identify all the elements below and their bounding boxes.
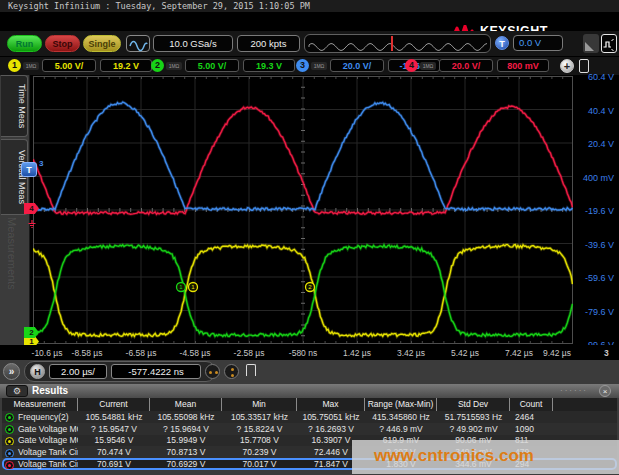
x-axis-label: -8.58 µs [72, 348, 103, 358]
probe-connect-icon[interactable] [579, 59, 589, 73]
adjust-scales-button[interactable] [601, 34, 617, 53]
trigger-level-marker[interactable]: T [21, 162, 37, 177]
x-axis-label: -6.58 µs [126, 348, 157, 358]
measurement-row[interactable]: Frequency(2)105.54881 kHz105.55098 kHz10… [2, 411, 617, 423]
channel-2-offset-field[interactable]: 19.3 V [243, 59, 295, 72]
single-button[interactable]: Single [83, 35, 121, 52]
timebase-position-field[interactable]: -577.4222 ns [111, 364, 201, 379]
y-axis-label: 60.4 V [576, 72, 614, 82]
y-axis-label: 400 mV [576, 173, 614, 183]
results-header [0, 384, 619, 398]
channel-2-impedance[interactable]: 1MΩ [166, 62, 182, 70]
x-axis-label: 9.42 µs [543, 348, 571, 358]
results-close-button[interactable]: × [599, 385, 611, 397]
timebase-scale-field[interactable]: 2.00 µs/ [49, 364, 107, 379]
y-axis-label: -79.6 V [576, 307, 614, 317]
channel-3-impedance[interactable]: 1MΩ [311, 62, 327, 70]
channel-1-offset-field[interactable]: 19.2 V [100, 59, 152, 72]
gear-icon: ⚙ [13, 386, 21, 396]
channel-2-scale-field[interactable]: 5.00 V/ [185, 59, 239, 72]
x-axis-label: 3.42 µs [397, 348, 425, 358]
channel-color-dot [5, 425, 14, 434]
toolbar: Run Stop Single 10.0 GSa/s 200 kpts T 0.… [0, 31, 619, 57]
channel-bar: 11MΩ5.00 V/19.2 V21MΩ5.00 V/19.3 V31MΩ20… [0, 57, 619, 75]
tab-vertical-meas[interactable]: Vertical Meas [1, 139, 28, 215]
logo-bar: KEYSIGHT TECHNOLOGIES [0, 12, 619, 31]
run-button[interactable]: Run [7, 35, 42, 52]
acquisition-preview[interactable] [304, 34, 491, 53]
measurement-marker[interactable]: 1 [189, 283, 198, 292]
channel-1-impedance[interactable]: 1MΩ [23, 62, 39, 70]
x-axis-label: 1.42 µs [343, 348, 371, 358]
y-axis-label: 40.4 V [576, 106, 614, 116]
channel-4-impedance[interactable]: 1MΩ [420, 62, 436, 70]
x-axis-label: -4.58 µs [180, 348, 211, 358]
x-axis-label: -10.6 µs [32, 348, 63, 358]
trigger-channel-label: 3 [39, 159, 43, 168]
column-header[interactable]: Mean [150, 398, 222, 411]
stop-button[interactable]: Stop [45, 35, 80, 52]
column-header[interactable]: Current [78, 398, 150, 411]
measurement-name: Gate Voltage MC [2, 435, 78, 445]
trigger-position-marker[interactable] [391, 36, 393, 51]
tab-time-meas[interactable]: Time Meas [1, 75, 28, 137]
horizontal-controls: » H 2.00 µs/ -577.4222 ns [0, 360, 619, 384]
channel-3-badge[interactable]: 3 [296, 59, 309, 72]
trigger-badge[interactable]: T [495, 36, 509, 50]
acquisition-mode-button[interactable] [126, 35, 150, 52]
x-axis-label: 7.42 µs [505, 348, 533, 358]
corner-shape-icon [585, 42, 594, 51]
knob-dots-icon [215, 371, 218, 374]
add-channel-button[interactable]: + [560, 59, 574, 73]
column-header[interactable]: Count [510, 398, 553, 411]
channel-4-scale-field[interactable]: 20.0 V/ [439, 59, 493, 72]
y-axis-label: -59.6 V [576, 273, 614, 283]
delay-knob-button[interactable] [224, 364, 239, 379]
measurement-row[interactable]: Gate Voltage MC? 15.9547 V? 15.9694 V? 1… [2, 423, 617, 435]
waveform-adjust-icon [603, 37, 614, 55]
channel-1-badge[interactable]: 1 [8, 59, 21, 72]
scale-corner-button[interactable] [583, 34, 599, 53]
column-header[interactable]: Min [222, 398, 297, 411]
x-axis-label: 5.42 µs [451, 348, 479, 358]
waveform-display[interactable]: 112 [30, 75, 575, 345]
scope-graticule: 112 [33, 76, 573, 344]
column-header[interactable] [553, 398, 617, 411]
column-header[interactable]: Measurement [2, 398, 78, 411]
channel-color-dot [5, 413, 14, 422]
results-column-headers: MeasurementCurrentMeanMinMaxRange (Max-M… [2, 398, 617, 411]
measurements-ghost-label: Measurements [6, 217, 18, 290]
knob-dots-icon [231, 374, 234, 377]
oscilloscope-screen: Keysight Infiniium : Tuesday, September … [0, 0, 619, 475]
horizontal-knob-button[interactable] [205, 364, 220, 379]
x-axis-label: -580 ns [289, 348, 317, 358]
results-title: Results [32, 385, 68, 396]
pin-icon[interactable] [246, 364, 256, 376]
column-header[interactable]: Std Dev [437, 398, 510, 411]
channel-color-dot [5, 461, 14, 470]
horizontal-badge[interactable]: H [30, 364, 45, 379]
channel-4-offset-field[interactable]: 800 mV [497, 59, 549, 72]
column-header[interactable]: Range (Max-Min) [365, 398, 437, 411]
channel-2-badge[interactable]: 2 [151, 59, 164, 72]
sample-rate-field[interactable]: 10.0 GSa/s [153, 35, 233, 52]
y-axis-label: -19.6 V [576, 206, 614, 216]
knob-dots-icon [231, 368, 234, 371]
column-header[interactable]: Max [297, 398, 365, 411]
sine-wave-icon [129, 38, 148, 56]
memory-depth-field[interactable]: 200 kpts [237, 35, 300, 52]
ch4-ground-icon [27, 215, 37, 233]
measurement-marker[interactable]: 1 [177, 283, 186, 292]
channel-3-scale-field[interactable]: 20.0 V/ [330, 59, 384, 72]
panel-drag-dots: ······ [560, 386, 588, 395]
expand-panel-button[interactable]: » [3, 363, 20, 380]
time-axis: 3 -10.6 µs-8.58 µs-6.58 µs-4.58 µs-2.58 … [0, 345, 619, 360]
trigger-level-field[interactable]: 0.0 V [513, 35, 563, 51]
results-settings-button[interactable]: ⚙ [6, 385, 28, 397]
channel-1-scale-field[interactable]: 5.00 V/ [42, 59, 96, 72]
watermark-text: www.cntronics.com [374, 446, 534, 466]
axis-channel-badge: 3 [604, 348, 609, 358]
measurement-marker[interactable]: 2 [306, 283, 315, 292]
measurement-name: Voltage Tank Cir [2, 459, 78, 469]
channel-4-badge[interactable]: 4 [405, 59, 418, 72]
